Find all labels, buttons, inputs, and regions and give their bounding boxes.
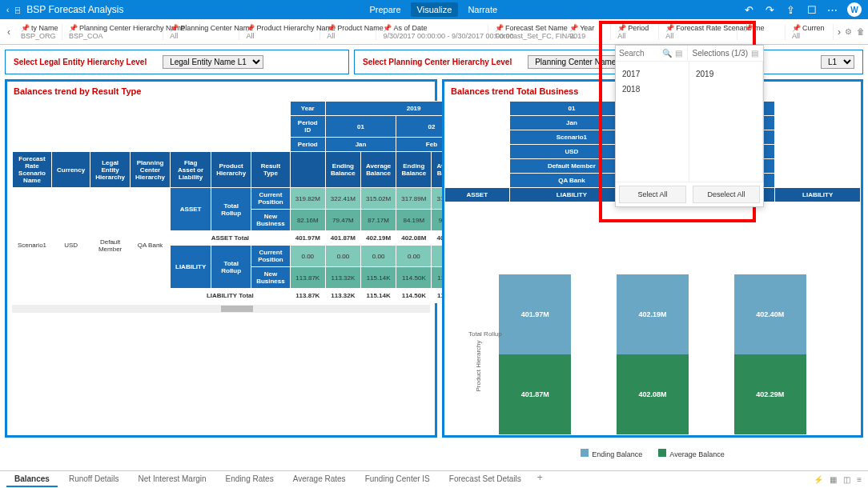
chart-area: Product Hierarchy Total Rollup 401.97M40… bbox=[444, 202, 861, 442]
deselect-all-button[interactable]: Deselect All bbox=[693, 186, 760, 203]
bottom-tab-net-interest-margin[interactable]: Net Interest Margin bbox=[131, 472, 215, 487]
filter-4[interactable]: 📌Product NameAll bbox=[320, 24, 376, 40]
bottom-tab-runoff-details[interactable]: Runoff Details bbox=[61, 472, 127, 487]
dd-option-2017[interactable]: 2017 bbox=[621, 66, 684, 82]
left-panel-title: Balances trend by Result Type bbox=[7, 82, 435, 101]
dd-option-2018[interactable]: 2018 bbox=[621, 82, 684, 97]
bar-chart: 401.97M401.87M402.19M402.08M402.40M402.2… bbox=[460, 242, 845, 434]
filter-6[interactable]: 📌Forecast Set NameForecast_Set_FC, FINAL bbox=[488, 24, 563, 40]
search-icon[interactable]: 🔍 bbox=[662, 49, 672, 58]
back-icon[interactable]: ‹ bbox=[6, 6, 9, 14]
redo-icon[interactable]: ↷ bbox=[764, 3, 777, 16]
filter-3[interactable]: 📌Product Hierarchy NameAll bbox=[239, 24, 320, 40]
app-title: BSP Forecast Analysis bbox=[26, 4, 123, 15]
legend-ending: Ending Balance bbox=[581, 449, 642, 458]
grid-icon[interactable]: ▦ bbox=[830, 475, 837, 484]
bottom-tab-balances[interactable]: Balances bbox=[6, 472, 58, 487]
filter-0[interactable]: 📌ty NameBSP_ORG bbox=[14, 24, 62, 40]
extra-level-select[interactable]: L1 bbox=[821, 55, 854, 69]
dropdown-available: 20172018 bbox=[616, 62, 689, 182]
filter-settings-icon[interactable]: ⚙ bbox=[845, 27, 852, 36]
filter-next-icon[interactable]: › bbox=[834, 26, 845, 38]
tab-narrate[interactable]: Narrate bbox=[461, 2, 504, 17]
filter-10[interactable]: 📌me bbox=[737, 24, 786, 40]
bottom-tab-funding-center-is[interactable]: Funding Center IS bbox=[357, 472, 438, 487]
share-icon[interactable]: ☐ bbox=[806, 3, 818, 16]
add-tab-button[interactable]: + bbox=[532, 472, 548, 487]
legal-level-select[interactable]: Legal Entity Name L1 bbox=[163, 55, 263, 69]
bar-02: 402.19M402.08M bbox=[617, 274, 689, 434]
legal-level-label: Select Legal Entity Hierarchy Level bbox=[14, 58, 147, 66]
bottom-tab-bar: BalancesRunoff DetailsNet Interest Margi… bbox=[0, 470, 868, 488]
chart-legend: Ending Balance Average Balance bbox=[444, 442, 861, 465]
year-filter-dropdown: 🔍 ▤ Selections (1/3) ▤ 20172018 2019 Sel… bbox=[615, 45, 764, 207]
legend-average: Average Balance bbox=[658, 449, 724, 458]
menu-icon[interactable]: ⋯ bbox=[826, 3, 839, 16]
refresh-icon[interactable]: ⚡ bbox=[814, 475, 823, 484]
dropdown-selections-label: Selections (1/3) ▤ bbox=[688, 46, 763, 61]
filter-11[interactable]: 📌CurrenAll bbox=[786, 24, 834, 40]
dropdown-search[interactable]: 🔍 ▤ bbox=[616, 46, 688, 61]
bottom-tab-forecast-set-details[interactable]: Forecast Set Details bbox=[441, 472, 529, 487]
horizontal-scrollbar[interactable] bbox=[12, 305, 430, 313]
chart-icon: ⌸ bbox=[15, 6, 20, 14]
legal-level-panel: Select Legal Entity Hierarchy Level Lega… bbox=[5, 50, 349, 74]
filter-prev-icon[interactable]: ‹ bbox=[3, 26, 14, 38]
filter-9[interactable]: 📌Forecast Rate ScenarioAll bbox=[659, 24, 737, 40]
panel-icon[interactable]: ◫ bbox=[843, 475, 850, 484]
clear-icon[interactable]: ▤ bbox=[751, 49, 758, 58]
filter-2[interactable]: 📌Planning Center NameAll bbox=[163, 24, 239, 40]
bar-03: 402.40M402.29M bbox=[734, 274, 806, 434]
filter-delete-icon[interactable]: 🗑 bbox=[857, 27, 865, 36]
chart-yaxis-label: Product Hierarchy bbox=[475, 340, 482, 391]
filter-bar: ‹ 📌ty NameBSP_ORG📌Planning Center Hierar… bbox=[0, 19, 868, 45]
undo-icon[interactable]: ↶ bbox=[743, 3, 756, 16]
mode-tabs: Prepare Visualize Narrate bbox=[363, 2, 504, 17]
left-panel: Balances trend by Result Type Year 2019 … bbox=[5, 79, 437, 438]
filter-7[interactable]: 📌Year2019 bbox=[563, 24, 611, 40]
bottom-tab-ending-rates[interactable]: Ending Rates bbox=[218, 472, 282, 487]
filter-5[interactable]: 📌As of Date9/30/2017 00:00:00 - 9/30/201… bbox=[376, 24, 488, 40]
tab-prepare[interactable]: Prepare bbox=[363, 2, 407, 17]
dd-selected-2019[interactable]: 2019 bbox=[694, 66, 757, 82]
bar-01: 401.97M401.87M bbox=[499, 274, 571, 434]
filter-8[interactable]: 📌PeriodAll bbox=[611, 24, 659, 40]
dropdown-search-input[interactable] bbox=[619, 49, 659, 58]
list-icon[interactable]: ≡ bbox=[857, 475, 862, 484]
chart-ylabel2: Total Rollup bbox=[468, 330, 502, 338]
top-bar: ‹ ⌸ BSP Forecast Analysis Prepare Visual… bbox=[0, 0, 868, 19]
export-icon[interactable]: ⇪ bbox=[785, 3, 798, 16]
tab-visualize[interactable]: Visualize bbox=[411, 2, 459, 17]
plan-level-label: Select Planning Center Hierarchy Level bbox=[363, 58, 512, 66]
filter-1[interactable]: 📌Planning Center Hierarchy NameBSP_COA bbox=[62, 24, 163, 40]
result-type-table: Year 2019 Period ID 01 02 03 Period Jan … bbox=[12, 101, 502, 303]
dropdown-selected: 2019 bbox=[689, 62, 763, 182]
bottom-tab-average-rates[interactable]: Average Rates bbox=[285, 472, 354, 487]
avatar[interactable]: W bbox=[847, 2, 862, 17]
filter-icon[interactable]: ▤ bbox=[675, 49, 682, 58]
select-all-button[interactable]: Select All bbox=[619, 186, 686, 203]
